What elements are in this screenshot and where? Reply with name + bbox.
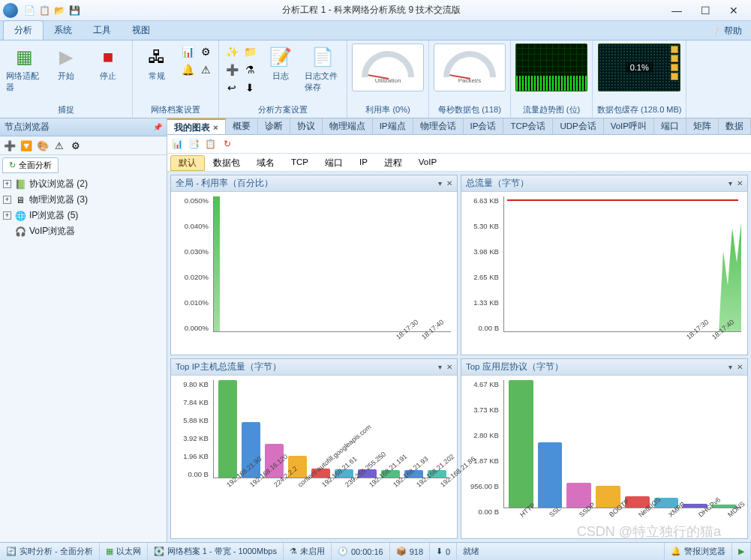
chart-menu-icon[interactable]: ▾: [728, 179, 732, 187]
play-icon: ▶: [54, 45, 78, 69]
refresh-icon: ↻: [9, 160, 16, 170]
menubar: 分析 系统 工具 视图 ❔帮助: [0, 21, 751, 40]
sb-add-icon[interactable]: ➕: [3, 139, 17, 152]
sb-warn-icon[interactable]: ⚠: [53, 139, 66, 152]
plot-area: [213, 196, 451, 332]
subtab-packets[interactable]: 数据包: [205, 155, 248, 171]
start-button[interactable]: ▶开始: [47, 43, 86, 83]
tab-port[interactable]: 端口: [654, 118, 686, 134]
status-alerts[interactable]: 🔔警报浏览器: [665, 543, 732, 560]
tab-physess[interactable]: 物理会话: [413, 118, 464, 134]
app-logo: [3, 3, 18, 18]
subtab-domain[interactable]: 域名: [248, 155, 283, 171]
sb-set-icon[interactable]: ⚙: [69, 139, 83, 152]
profile-icon: 🖧: [145, 45, 169, 69]
chart-close-icon[interactable]: ✕: [446, 179, 452, 187]
save-icon[interactable]: 💾: [68, 4, 81, 17]
tab-voipcall[interactable]: VoIP呼叫: [604, 118, 654, 134]
normal-button[interactable]: 🖧常规: [137, 43, 176, 83]
close-button[interactable]: ✕: [719, 3, 748, 18]
tab-ipsess[interactable]: IP会话: [464, 118, 504, 134]
menu-tools[interactable]: 工具: [83, 21, 122, 40]
tab-physep[interactable]: 物理端点: [323, 118, 373, 134]
tree-node-protocol[interactable]: +📗协议浏览器 (2): [2, 176, 165, 192]
cfg4-icon[interactable]: ⚠: [197, 61, 214, 78]
chart-menu-icon[interactable]: ▾: [728, 363, 732, 371]
s1-icon[interactable]: ✨: [224, 43, 240, 60]
cfg1-icon[interactable]: 📊: [179, 43, 196, 60]
stop-button[interactable]: ■停止: [89, 43, 128, 83]
chart-total: 总流量（字节）▾✕ 6.63 KB5.30 KB3.98 KB2.65 KB1.…: [461, 175, 748, 355]
tab-protocol[interactable]: 协议: [290, 118, 323, 134]
tab-data[interactable]: 数据: [719, 118, 751, 134]
tab-ipep[interactable]: IP端点: [373, 118, 413, 134]
sidebar-tab-fullanalysis[interactable]: ↻全面分析: [2, 157, 59, 173]
tree-node-voip[interactable]: 🎧VoIP浏览器: [2, 223, 165, 239]
trend-chart: [515, 43, 587, 91]
chart-title: Top 应用层协议（字节）: [466, 361, 563, 373]
s6-icon[interactable]: ⬇: [242, 79, 258, 96]
tree-node-physical[interactable]: +🖥物理浏览器 (3): [2, 192, 165, 208]
log-button[interactable]: 📝日志: [261, 43, 300, 83]
util-gauge: Utilization: [352, 43, 424, 91]
plot-area: [503, 380, 741, 508]
tab-udpsess[interactable]: UDP会话: [553, 118, 603, 134]
close-icon[interactable]: ×: [213, 123, 218, 132]
help-icon: ❔: [710, 26, 721, 37]
tree-node-ip[interactable]: +🌐IP浏览器 (5): [2, 208, 165, 223]
help-button[interactable]: ❔帮助: [704, 22, 748, 40]
menu-view[interactable]: 视图: [122, 21, 161, 40]
play-small-icon: ▶: [738, 547, 744, 556]
tab-mycharts[interactable]: 我的图表×: [167, 118, 226, 134]
subtab-tcp[interactable]: TCP: [283, 155, 317, 171]
protocol-icon: 📗: [14, 178, 26, 190]
chart-close-icon[interactable]: ✕: [737, 363, 743, 371]
s5-icon[interactable]: ↩: [224, 79, 240, 96]
new-icon[interactable]: 📄: [23, 4, 36, 17]
subtab-ip[interactable]: IP: [351, 155, 376, 171]
minimize-button[interactable]: —: [662, 3, 691, 18]
pkt-icon: 📦: [396, 547, 407, 556]
status-play[interactable]: ▶: [732, 543, 751, 560]
chart-topip: Top IP主机总流量（字节）▾✕ 9.80 KB7.84 KB5.88 KB3…: [170, 358, 458, 539]
tab-matrix[interactable]: 矩阵: [686, 118, 719, 134]
logsave-button[interactable]: 📄日志文件保存: [303, 43, 342, 94]
s4-icon[interactable]: ⚗: [242, 61, 258, 78]
ribbon-group-buffer: 0.1% 数据包缓存 (128.0 MB): [593, 40, 686, 118]
tb-refresh-icon[interactable]: ↻: [221, 137, 234, 151]
ribbon-group-util: Utilization 利用率 (0%): [347, 40, 429, 118]
subtab-process[interactable]: 进程: [376, 155, 410, 171]
titlebar: 📄 📋 📂 💾 分析工程 1 - 科来网络分析系统 9 技术交流版 — ☐ ✕: [0, 0, 751, 21]
status-mode[interactable]: 🔄实时分析 - 全面分析: [0, 543, 100, 560]
menu-system[interactable]: 系统: [44, 21, 83, 40]
open-icon[interactable]: 📂: [53, 4, 66, 17]
chart-close-icon[interactable]: ✕: [446, 363, 452, 371]
subtab-port[interactable]: 端口: [317, 155, 351, 171]
chart-close-icon[interactable]: ✕: [737, 179, 743, 187]
status-ready: 就绪: [457, 543, 665, 560]
adapter-button[interactable]: ▦网络适配器: [5, 43, 44, 94]
chart-util: 全局 - 利用率（百分比）▾✕ 0.050%0.040%0.030%0.020%…: [170, 175, 458, 355]
maximize-button[interactable]: ☐: [691, 3, 719, 18]
subtab-voip[interactable]: VoIP: [410, 155, 445, 171]
chart-menu-icon[interactable]: ▾: [438, 363, 442, 371]
subtab-default[interactable]: 默认: [170, 155, 205, 171]
paste-icon[interactable]: 📋: [38, 4, 51, 17]
sidebar: 节点浏览器📌 ➕ 🔽 🎨 ⚠ ⚙ ↻全面分析 +📗协议浏览器 (2) +🖥物理浏…: [0, 118, 167, 542]
tab-tcpsess[interactable]: TCP会话: [503, 118, 553, 134]
tb1-icon[interactable]: 📊: [171, 137, 185, 151]
menu-analyze[interactable]: 分析: [3, 20, 44, 40]
cfg2-icon[interactable]: ⚙: [197, 43, 214, 60]
sb-filter-icon[interactable]: 🔽: [20, 139, 33, 152]
sb-color-icon[interactable]: 🎨: [36, 139, 50, 152]
s3-icon[interactable]: ➕: [224, 61, 240, 78]
sidebar-pin-icon[interactable]: 📌: [153, 123, 162, 131]
tb2-icon[interactable]: 📑: [188, 137, 201, 151]
ribbon-group-trend: 流量趋势图 (位): [511, 40, 593, 118]
cfg3-icon[interactable]: 🔔: [179, 61, 196, 78]
tab-summary[interactable]: 概要: [226, 118, 258, 134]
tab-diagnose[interactable]: 诊断: [258, 118, 290, 134]
s2-icon[interactable]: 📁: [242, 43, 258, 60]
tb3-icon[interactable]: 📋: [204, 137, 218, 151]
chart-menu-icon[interactable]: ▾: [438, 179, 442, 187]
